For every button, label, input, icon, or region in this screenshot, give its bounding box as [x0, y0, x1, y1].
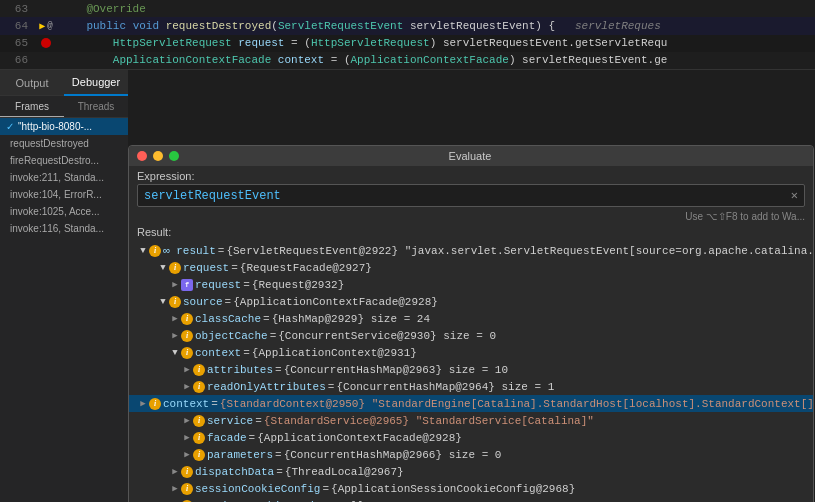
gutter-64: ▶ @ [36, 20, 56, 32]
tree-arrow-7: ▶ [181, 364, 193, 375]
expression-value: servletRequestEvent [144, 189, 281, 203]
line-number: 64 [0, 20, 36, 32]
line-content-65: HttpServletRequest request = (HttpServle… [56, 37, 815, 49]
info-icon-8: i [193, 381, 205, 393]
code-line-64: 64 ▶ @ public void requestDestroyed(Serv… [0, 17, 815, 34]
frame-item-2[interactable]: invoke:211, Standa... [0, 169, 128, 186]
left-panel: Output Debugger Frames Threads ✓ "http-b… [0, 70, 128, 502]
info-icon-4: i [181, 313, 193, 325]
tree-arrow-14: ▶ [169, 483, 181, 494]
tab-output[interactable]: Output [0, 70, 64, 96]
result-label: Result: [129, 224, 813, 240]
panel-tabs: Output Debugger [0, 70, 128, 96]
tree-item-2[interactable]: ▶ f request = {Request@2932} [129, 276, 813, 293]
tree-item-5[interactable]: ▶ i objectCache = {ConcurrentService@293… [129, 327, 813, 344]
main-content-area: Output Debugger Frames Threads ✓ "http-b… [0, 70, 815, 502]
frame-label-3: invoke:104, ErrorR... [6, 189, 102, 200]
tab-debugger[interactable]: Debugger [64, 70, 128, 96]
subtab-threads[interactable]: Threads [64, 96, 128, 117]
tree-arrow-6: ▼ [169, 348, 181, 358]
tree-arrow-12: ▶ [181, 449, 193, 460]
tree-item-9[interactable]: ▶ i context = {StandardContext@2950} "St… [129, 395, 813, 412]
tree-arrow-1: ▼ [157, 263, 169, 273]
info-icon-5: i [181, 330, 193, 342]
tree-arrow-11: ▶ [181, 432, 193, 443]
line-content-63: @Override [56, 3, 815, 15]
clear-icon[interactable]: ✕ [791, 188, 798, 203]
sub-tabs: Frames Threads [0, 96, 128, 118]
code-editor: 63 @Override 64 ▶ @ public void requestD… [0, 0, 815, 70]
line-content-66: ApplicationContextFacade context = (Appl… [56, 54, 815, 66]
line-number: 66 [0, 54, 36, 66]
frame-label-5: invoke:116, Standa... [6, 223, 104, 234]
tree-item-7[interactable]: ▶ i attributes = {ConcurrentHashMap@2963… [129, 361, 813, 378]
frame-item-1[interactable]: fireRequestDestro... [0, 152, 128, 169]
frame-label-4: invoke:1025, Acce... [6, 206, 100, 217]
info-icon-0: i [149, 245, 161, 257]
frame-thread-label: "http-bio-8080-... [18, 121, 92, 132]
tree-arrow-0: ▼ [137, 246, 149, 256]
code-line-65: 65 HttpServletRequest request = (HttpSer… [0, 35, 815, 52]
frame-item-4[interactable]: invoke:1025, Acce... [0, 203, 128, 220]
tree-item-0[interactable]: ▼ i ∞ result = {ServletRequestEvent@2922… [129, 242, 813, 259]
info-icon-12: i [193, 449, 205, 461]
tree-arrow-3: ▼ [157, 297, 169, 307]
expression-input[interactable]: servletRequestEvent ✕ [137, 184, 805, 207]
expression-label: Expression: [129, 166, 813, 184]
check-icon: ✓ [6, 121, 14, 132]
tree-item-12[interactable]: ▶ i parameters = {ConcurrentHashMap@2966… [129, 446, 813, 463]
tree-item-3[interactable]: ▼ i source = {ApplicationContextFacade@2… [129, 293, 813, 310]
tree-item-14[interactable]: ▶ i sessionCookieConfig = {ApplicationSe… [129, 480, 813, 497]
breakpoint-dot [41, 38, 51, 48]
info-icon-9: i [149, 398, 161, 410]
info-icon-13: i [181, 466, 193, 478]
current-line-arrow: ▶ [39, 20, 45, 32]
line-number: 65 [0, 37, 36, 49]
tree-item-1[interactable]: ▼ i request = {RequestFacade@2927} [129, 259, 813, 276]
frame-item-3[interactable]: invoke:104, ErrorR... [0, 186, 128, 203]
tree-item-6[interactable]: ▼ i context = {ApplicationContext@2931} [129, 344, 813, 361]
line-content-64: public void requestDestroyed(ServletRequ… [56, 20, 815, 32]
tree-item-11[interactable]: ▶ i facade = {ApplicationContextFacade@2… [129, 429, 813, 446]
info-icon-6: i [181, 347, 193, 359]
frame-item-0[interactable]: requestDestroyed [0, 135, 128, 152]
tree-arrow-13: ▶ [169, 466, 181, 477]
frame-label-0: requestDestroyed [6, 138, 89, 149]
tree-arrow-8: ▶ [181, 381, 193, 392]
frame-list: ✓ "http-bio-8080-... requestDestroyed fi… [0, 118, 128, 502]
at-icon: @ [47, 21, 52, 31]
evaluate-title-bar: Evaluate [129, 146, 813, 166]
tree-arrow-9: ▶ [137, 398, 149, 409]
tree-item-10[interactable]: ▶ i service = {StandardService@2965} "St… [129, 412, 813, 429]
evaluate-title: Evaluate [135, 150, 805, 162]
gutter-65 [36, 38, 56, 48]
tree-arrow-4: ▶ [169, 313, 181, 324]
add-watch-hint: Use ⌥⇧F8 to add to Wa... [129, 211, 813, 224]
code-line-66: 66 ApplicationContextFacade context = (A… [0, 52, 815, 69]
frame-label-2: invoke:211, Standa... [6, 172, 104, 183]
tree-arrow-10: ▶ [181, 415, 193, 426]
code-line-63: 63 @Override [0, 0, 815, 17]
info-icon-10: i [193, 415, 205, 427]
info-icon-11: i [193, 432, 205, 444]
tree-item-13[interactable]: ▶ i dispatchData = {ThreadLocal@2967} [129, 463, 813, 480]
result-tree: ▼ i ∞ result = {ServletRequestEvent@2922… [129, 240, 813, 502]
info-icon-7: i [193, 364, 205, 376]
frame-item-5[interactable]: invoke:116, Standa... [0, 220, 128, 237]
frame-item-thread[interactable]: ✓ "http-bio-8080-... [0, 118, 128, 135]
frame-label-1: fireRequestDestro... [6, 155, 99, 166]
tree-item-4[interactable]: ▶ i classCache = {HashMap@2929} size = 2… [129, 310, 813, 327]
line-number: 63 [0, 3, 36, 15]
info-icon-14: i [181, 483, 193, 495]
tree-item-8[interactable]: ▶ i readOnlyAttributes = {ConcurrentHash… [129, 378, 813, 395]
tree-item-15[interactable]: ▶ i sessionTrackingModes = null [129, 497, 813, 502]
info-icon-1: i [169, 262, 181, 274]
evaluate-dialog: Evaluate Expression: servletRequestEvent… [128, 145, 814, 502]
tree-arrow-2: ▶ [169, 279, 181, 290]
field-icon-2: f [181, 279, 193, 291]
subtab-frames[interactable]: Frames [0, 96, 64, 117]
tree-arrow-5: ▶ [169, 330, 181, 341]
info-icon-3: i [169, 296, 181, 308]
